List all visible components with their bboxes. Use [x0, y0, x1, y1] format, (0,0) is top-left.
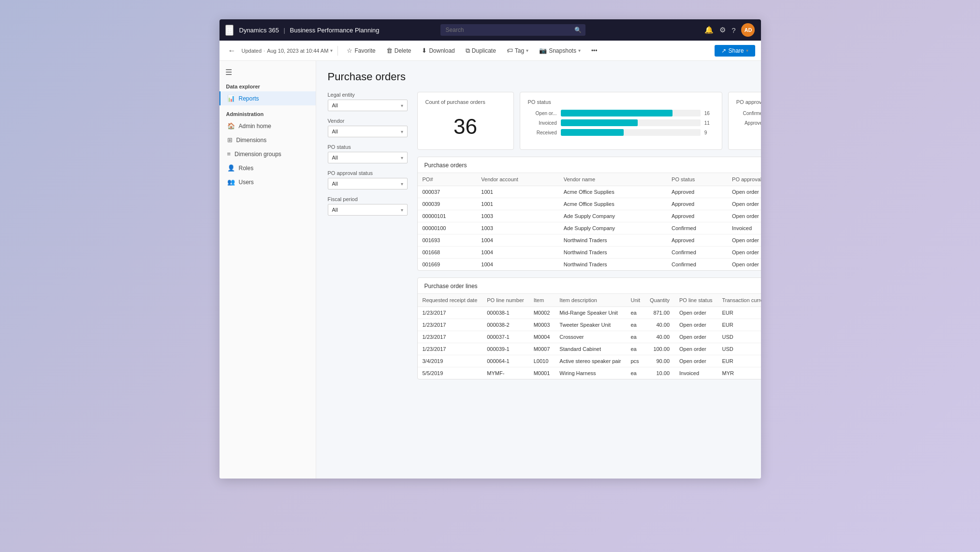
- col-item-desc: Item description: [555, 294, 626, 307]
- sidebar-item-dimensions[interactable]: ⊞ Dimensions: [219, 133, 316, 147]
- chevron-down-icon: ▾: [401, 129, 403, 134]
- toolbar: ← Updated · Aug 10, 2023 at 10:44 AM ▾ ☆…: [219, 41, 761, 61]
- snapshots-button[interactable]: 📷 Snapshots ▾: [535, 45, 585, 56]
- person-icon: 👤: [227, 164, 235, 172]
- chevron-down-icon: ▾: [526, 48, 528, 53]
- filter-vendor: Vendor All ▾: [328, 118, 408, 137]
- table-row[interactable]: 0016681004Northwind TradersConfirmedOpen…: [418, 247, 761, 259]
- col-po-status: PO status: [667, 173, 727, 186]
- list-icon: ≡: [227, 150, 231, 158]
- delete-button[interactable]: 🗑 Delete: [382, 45, 415, 56]
- bar-row-approved: Approved 10: [736, 119, 761, 126]
- po-approval-status-select[interactable]: All ▾: [328, 178, 408, 189]
- col-line-status: PO line status: [674, 294, 717, 307]
- table-row[interactable]: 3/4/2019000064-1L0010Active stereo speak…: [418, 355, 761, 367]
- col-approval-status: PO approval status: [727, 173, 761, 186]
- bar-fill-open: [561, 110, 673, 116]
- sidebar-item-roles[interactable]: 👤 Roles: [219, 161, 316, 175]
- roles-label: Roles: [239, 165, 254, 172]
- table-row[interactable]: 1/23/2017000038-1M0002Mid-Range Speaker …: [418, 307, 761, 319]
- users-label: Users: [239, 179, 254, 186]
- po-status-title: PO status: [528, 99, 714, 105]
- download-button[interactable]: ⬇ Download: [418, 45, 458, 56]
- content-area: Purchase orders Legal entity All ▾ Vendo…: [316, 61, 761, 479]
- search-input[interactable]: [440, 24, 585, 36]
- sidebar-item-users[interactable]: 👥 Users: [219, 175, 316, 189]
- sidebar-item-reports[interactable]: 📊 Reports: [219, 91, 316, 105]
- ellipsis-icon: •••: [591, 47, 598, 54]
- col-po-number: PO#: [418, 173, 477, 186]
- count-card: Count of purchase orders 36: [417, 92, 514, 150]
- table-row[interactable]: 000001001003Ade Supply CompanyConfirmedI…: [418, 222, 761, 234]
- bar-row-received: Received 9: [528, 129, 714, 136]
- table-row[interactable]: 000001011003Ade Supply CompanyApprovedOp…: [418, 210, 761, 222]
- col-vendor-name: Vendor name: [559, 173, 667, 186]
- tag-button[interactable]: 🏷 Tag ▾: [503, 45, 532, 56]
- bar-row-confirmed: Confirmed 26: [736, 110, 761, 116]
- charts-main: Count of purchase orders 36 PO status Op…: [417, 92, 761, 379]
- col-item: Item: [529, 294, 555, 307]
- bar-row-invoiced: Invoiced 11: [528, 119, 714, 126]
- share-button[interactable]: ↗ Share ▾: [715, 45, 755, 57]
- trash-icon: 🗑: [386, 47, 393, 54]
- updated-status: Updated · Aug 10, 2023 at 10:44 AM ▾: [242, 48, 333, 54]
- col-unit: Unit: [626, 294, 645, 307]
- grid-menu-icon[interactable]: ⊞: [225, 25, 234, 36]
- po-approval-title: PO approval status: [736, 99, 761, 105]
- help-icon[interactable]: ?: [731, 26, 735, 34]
- chevron-down-icon: ▾: [401, 181, 403, 187]
- settings-icon[interactable]: ⚙: [719, 26, 726, 34]
- chevron-down-icon: ▾: [578, 48, 581, 53]
- charts-top-row: Count of purchase orders 36 PO status Op…: [417, 92, 761, 150]
- sidebar-toggle[interactable]: ☰: [219, 65, 316, 80]
- avatar[interactable]: AD: [741, 23, 755, 37]
- table-row[interactable]: 1/23/2017000037-1M0004Crossoverea40.00Op…: [418, 331, 761, 343]
- search-container: 🔍: [440, 24, 585, 36]
- home-icon: 🏠: [227, 122, 235, 130]
- tag-icon: 🏷: [507, 47, 513, 54]
- notification-icon[interactable]: 🔔: [704, 26, 714, 34]
- po-table-title: Purchase orders: [418, 157, 761, 173]
- filter-po-approval-status: PO approval status All ▾: [328, 170, 408, 189]
- bar-track-invoiced: [561, 119, 701, 126]
- sidebar-item-admin-home[interactable]: 🏠 Admin home: [219, 119, 316, 133]
- sidebar-item-dimension-groups[interactable]: ≡ Dimension groups: [219, 147, 316, 161]
- grid-icon: ⊞: [227, 136, 233, 144]
- favorite-button[interactable]: ☆ Favorite: [343, 45, 379, 56]
- table-row[interactable]: 0016691004Northwind TradersConfirmedOpen…: [418, 259, 761, 271]
- table-row[interactable]: 1/23/2017000038-2M0003Tweeter Speaker Un…: [418, 319, 761, 331]
- camera-icon: 📷: [539, 47, 547, 54]
- table-row[interactable]: 1/23/2017000039-1M0007Standard Cabinetea…: [418, 343, 761, 355]
- bar-fill-received: [561, 129, 624, 136]
- vendor-select[interactable]: All ▾: [328, 126, 408, 137]
- duplicate-button[interactable]: ⧉ Duplicate: [462, 45, 500, 57]
- filter-po-status: PO status All ▾: [328, 144, 408, 163]
- fiscal-period-select[interactable]: All ▾: [328, 204, 408, 216]
- dimension-groups-label: Dimension groups: [234, 151, 281, 158]
- col-vendor-account: Vendor account: [476, 173, 558, 186]
- table-row[interactable]: 0016931004Northwind TradersApprovedOpen …: [418, 234, 761, 247]
- sidebar-administration-label: Administration: [219, 105, 316, 119]
- filter-fiscal-period: Fiscal period All ▾: [328, 196, 408, 216]
- filter-legal-entity: Legal entity All ▾: [328, 92, 408, 111]
- po-status-select[interactable]: All ▾: [328, 152, 408, 163]
- bar-row-open: Open or... 16: [528, 110, 714, 116]
- po-lines-table: Requested receipt date PO line number It…: [418, 294, 761, 379]
- main-layout: ☰ Data explorer 📊 Reports Administration…: [219, 61, 761, 479]
- chevron-down-icon: ▾: [746, 48, 748, 53]
- table-row[interactable]: 0000371001Acme Office SuppliesApprovedOp…: [418, 186, 761, 198]
- legal-entity-select[interactable]: All ▾: [328, 100, 408, 111]
- sidebar-reports-label: Reports: [239, 95, 259, 102]
- bar-fill-invoiced: [561, 119, 638, 126]
- filters-content: Legal entity All ▾ Vendor All ▾: [328, 92, 749, 379]
- more-button[interactable]: •••: [587, 45, 601, 56]
- table-row[interactable]: 0000391001Acme Office SuppliesApprovedOp…: [418, 198, 761, 210]
- filters-panel: Legal entity All ▾ Vendor All ▾: [328, 92, 408, 379]
- po-status-card: PO status Open or... 16 Invoiced: [520, 92, 722, 150]
- table-row[interactable]: 5/5/2019MYMF-M0001Wiring Harnessea10.00I…: [418, 367, 761, 379]
- back-button[interactable]: ←: [225, 44, 239, 57]
- share-icon: ↗: [721, 47, 726, 54]
- app-window: ⊞ Dynamics 365 | Business Performance Pl…: [219, 19, 761, 479]
- chevron-down-icon: ▾: [401, 155, 403, 160]
- search-icon: 🔍: [574, 27, 582, 33]
